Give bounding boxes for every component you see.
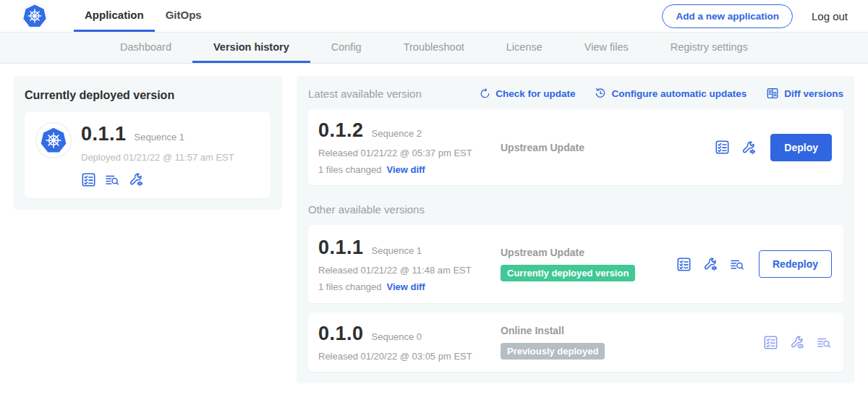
checklist-icon[interactable] xyxy=(763,335,778,350)
subtab-version-history[interactable]: Version history xyxy=(192,33,310,63)
logs-icon[interactable] xyxy=(104,171,120,187)
subtab-config[interactable]: Config xyxy=(310,33,383,63)
view-diff-link[interactable]: View diff xyxy=(386,281,425,292)
check-for-update-link[interactable]: Check for update xyxy=(480,88,575,99)
version-history-panel: Latest available version Check for updat… xyxy=(297,76,855,383)
subtab-license[interactable]: License xyxy=(485,33,563,63)
files-changed-line: 1 files changedView diff xyxy=(318,164,501,175)
version-row-0-1-0: 0.1.0 Sequence 0 Released 01/20/22 @ 03:… xyxy=(308,313,843,372)
tab-gitops[interactable]: GitOps xyxy=(155,0,213,32)
version-source-column: Upstream Update xyxy=(501,142,715,153)
deployed-timestamp: Deployed 01/21/22 @ 11:57 am EST xyxy=(81,152,234,163)
logs-icon[interactable] xyxy=(729,256,745,272)
wrench-eye-icon[interactable] xyxy=(789,334,805,350)
version-source: Online Install xyxy=(501,325,564,336)
currently-deployed-badge: Currently deployed version xyxy=(501,265,635,281)
kubernetes-logo xyxy=(39,126,68,155)
other-versions-title: Other available versions xyxy=(308,203,843,216)
deployed-version-number: 0.1.1 xyxy=(81,123,127,145)
check-for-update-label: Check for update xyxy=(495,88,575,99)
add-application-button[interactable]: Add a new application xyxy=(662,4,793,28)
configure-automatic-updates-label: Configure automatic updates xyxy=(611,88,746,99)
main-content: Currently deployed version 0 xyxy=(0,64,868,396)
refresh-icon xyxy=(480,88,490,99)
view-diff-link[interactable]: View diff xyxy=(386,164,425,175)
version-number: 0.1.2 xyxy=(318,119,364,142)
wrench-gear-icon[interactable] xyxy=(702,256,718,272)
topnav-spacer xyxy=(213,0,663,32)
latest-version-header-row: Latest available version Check for updat… xyxy=(308,87,843,100)
logs-icon[interactable] xyxy=(816,334,832,350)
release-timestamp: Released 01/21/22 @ 11:48 am EST xyxy=(318,265,501,276)
version-info: 0.1.0 Sequence 0 Released 01/20/22 @ 03:… xyxy=(318,323,501,362)
currently-deployed-title: Currently deployed version xyxy=(25,89,271,102)
deployed-version-card: 0.1.1 Sequence 1 Deployed 01/21/22 @ 11:… xyxy=(25,112,271,198)
subtab-dashboard[interactable]: Dashboard xyxy=(99,33,192,63)
wrench-gear-icon[interactable] xyxy=(128,171,144,187)
checklist-icon[interactable] xyxy=(715,140,730,155)
version-info: 0.1.1 Sequence 1 Released 01/21/22 @ 11:… xyxy=(318,237,501,292)
deploy-button[interactable]: Deploy xyxy=(770,134,832,161)
deployed-version-info: 0.1.1 Sequence 1 Deployed 01/21/22 @ 11:… xyxy=(81,123,234,187)
checklist-icon[interactable] xyxy=(676,257,692,272)
latest-version-title: Latest available version xyxy=(308,88,422,100)
top-navigation: Application GitOps Add a new application… xyxy=(0,0,868,33)
previously-deployed-badge: Previously deployed xyxy=(501,343,605,360)
version-row-0-1-1: 0.1.1 Sequence 1 Released 01/21/22 @ 11:… xyxy=(308,225,843,303)
kubernetes-logo xyxy=(22,3,48,29)
release-timestamp: Released 01/20/22 @ 03:05 pm EST xyxy=(318,351,501,362)
deployed-sequence: Sequence 1 xyxy=(135,132,184,143)
panel-actions: Check for update Configure automatic upd… xyxy=(460,87,843,100)
diff-versions-label: Diff versions xyxy=(784,88,843,99)
subtab-troubleshoot[interactable]: Troubleshoot xyxy=(383,33,485,63)
diff-icon xyxy=(766,87,779,100)
version-source-column: Upstream Update Currently deployed versi… xyxy=(501,247,676,281)
app-logo-wrap xyxy=(22,0,48,32)
subtab-registry-settings[interactable]: Registry settings xyxy=(650,33,769,63)
app-sub-navigation: Dashboard Version history Config Trouble… xyxy=(0,33,868,64)
version-source: Upstream Update xyxy=(501,142,584,153)
version-info: 0.1.2 Sequence 2 Released 01/21/22 @ 05:… xyxy=(318,119,501,175)
version-sequence: Sequence 1 xyxy=(372,245,422,256)
wrench-gear-icon[interactable] xyxy=(741,140,757,156)
files-changed-count: 1 files changed xyxy=(318,281,381,292)
version-source: Upstream Update xyxy=(501,247,584,258)
checklist-icon[interactable] xyxy=(81,172,96,187)
files-changed-count: 1 files changed xyxy=(318,164,381,175)
files-changed-line: 1 files changedView diff xyxy=(318,281,501,292)
version-actions: Deploy xyxy=(715,134,832,161)
version-row-0-1-2: 0.1.2 Sequence 2 Released 01/21/22 @ 05:… xyxy=(308,109,843,185)
logout-button[interactable]: Log out xyxy=(812,10,848,22)
configure-automatic-updates-link[interactable]: Configure automatic updates xyxy=(595,88,746,99)
version-actions: Redeploy xyxy=(676,250,832,278)
deployed-card-actions xyxy=(81,171,234,187)
app-icon-ring xyxy=(36,123,71,158)
version-source-column: Online Install Previously deployed xyxy=(501,325,763,360)
diff-versions-link[interactable]: Diff versions xyxy=(766,87,843,100)
redeploy-button[interactable]: Redeploy xyxy=(759,250,832,278)
version-number: 0.1.1 xyxy=(318,237,364,259)
version-sequence: Sequence 2 xyxy=(372,128,422,139)
subtab-view-files[interactable]: View files xyxy=(563,33,650,63)
clock-arrow-icon xyxy=(595,88,606,99)
tab-application[interactable]: Application xyxy=(74,0,155,32)
release-timestamp: Released 01/21/22 @ 05:37 pm EST xyxy=(318,148,501,158)
version-sequence: Sequence 0 xyxy=(372,331,422,342)
version-number: 0.1.0 xyxy=(318,323,364,345)
currently-deployed-panel: Currently deployed version 0 xyxy=(13,76,282,210)
version-actions xyxy=(763,334,832,350)
